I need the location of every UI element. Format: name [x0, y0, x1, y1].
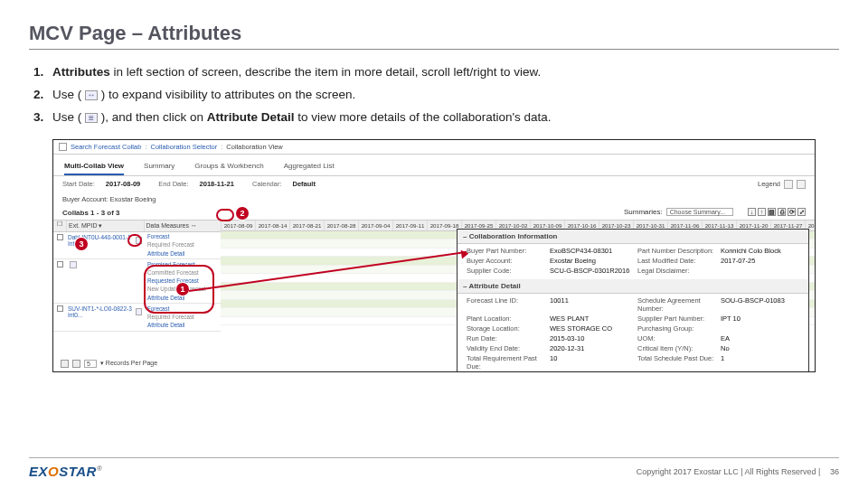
detail-key: Plant Location:	[467, 314, 550, 323]
detail-key: Buyer Account:	[467, 257, 550, 265]
instruction-list: Attributes in left section of screen, de…	[29, 62, 839, 128]
date-column-header[interactable]: 2017-08-28	[324, 221, 358, 230]
attr-link[interactable]: Attribute Detail	[147, 249, 217, 258]
summaries-select[interactable]: Choose Summary...	[666, 208, 733, 216]
param-row: Start Date:2017-08-09 End Date:2018-11-2…	[53, 176, 815, 192]
crumb-link-2[interactable]: Collaboration Selector	[150, 143, 217, 151]
legend-swatch-2	[797, 180, 806, 189]
attr-link[interactable]: Required Forecast	[147, 313, 217, 321]
checkbox-header[interactable]: ☐	[53, 221, 66, 231]
detail-key: Legal Disclaimer:	[637, 267, 721, 275]
detail-row: Schedule Agreement Number:SOU-G-BSCP-010…	[634, 296, 805, 314]
callout-badge-3: 3	[75, 238, 88, 250]
slide-footer: EXOSTAR® Copyright 2017 Exostar LLC | Al…	[29, 457, 839, 479]
callout-ring-3	[127, 234, 142, 247]
detail-key: Purchasing Group:	[637, 324, 721, 333]
expand-icon	[85, 90, 98, 100]
detail-key: Storage Location:	[467, 324, 550, 333]
detail-row: Forecast Line ID:10011	[463, 296, 634, 314]
tab-groups[interactable]: Groups & Workbench	[194, 160, 263, 175]
detail-key: Total Schedule Past Due:	[637, 354, 721, 371]
detail-value: No	[721, 344, 730, 352]
page-number: 36	[830, 467, 839, 476]
detail-key: Schedule Agreement Number:	[637, 296, 721, 313]
refresh-icon[interactable]: ⟳	[788, 208, 796, 216]
instruction-3: Use ( ), and then click on Attribute Det…	[47, 108, 839, 128]
tab-bar: Multi-Collab View Summary Groups & Workb…	[53, 155, 815, 176]
legend-label: Legend	[758, 180, 780, 189]
tab-summary[interactable]: Summary	[144, 160, 175, 175]
detail-row: Supplier Part Number:IPT 10	[634, 314, 805, 324]
crumb-link-1[interactable]: Search Forecast Collab	[71, 143, 141, 151]
logo: EXOSTAR®	[29, 464, 102, 479]
detail-key: Part Number Description:	[637, 247, 721, 255]
mpid-cell[interactable]: SUV-INT1-*-LO0-0822-3 Int0...	[66, 304, 144, 320]
callout-badge-2: 2	[236, 207, 249, 220]
popup-section-header: – Collaboration Information	[458, 230, 808, 244]
menu-icon	[85, 113, 98, 123]
detail-value: 10	[550, 354, 557, 371]
pager-prev-button[interactable]	[61, 360, 69, 368]
detail-value: WES STORAGE CO	[550, 324, 612, 333]
download-icon[interactable]: ↓	[748, 208, 756, 216]
detail-value: 2015-03-10	[550, 334, 584, 343]
page-size-select[interactable]: 5	[84, 360, 97, 368]
detail-row: Storage Location:WES STORAGE CO	[463, 324, 634, 333]
doc-icon[interactable]: ▤	[768, 208, 776, 216]
callout-ring-2	[216, 209, 234, 221]
attr-link[interactable]: Forecast	[147, 233, 217, 241]
upload-icon[interactable]: ↑	[758, 208, 766, 216]
col-header-mpid[interactable]: Ext. MPID ▾	[66, 221, 144, 231]
instruction-1: Attributes in left section of screen, de…	[47, 62, 839, 83]
detail-key: UOM:	[637, 334, 721, 343]
detail-row: Buyer Part Number:ExoBSCP434-08301	[463, 246, 634, 256]
tab-multi-collab[interactable]: Multi-Collab View	[64, 160, 124, 175]
legend-swatch-1	[784, 180, 793, 189]
detail-row: Run Date:2015-03-10	[463, 333, 634, 343]
detail-key: Supplier Part Number:	[637, 314, 721, 323]
attr-link[interactable]: Attribute Detail	[147, 322, 217, 330]
date-column-header[interactable]: 2017-09-11	[392, 221, 427, 230]
detail-row: Total Requirement Past Due:10	[463, 353, 634, 371]
detail-row: Plant Location:WES PLANT	[463, 314, 634, 324]
page-title: MCV Page – Attributes	[29, 22, 839, 50]
detail-key: Buyer Part Number:	[467, 247, 550, 255]
col-header-measures[interactable]: Data Measures ↔	[144, 221, 222, 231]
print-icon[interactable]: ⎙	[778, 208, 786, 216]
date-column-header[interactable]: 2017-08-21	[289, 221, 324, 230]
expand-columns-icon[interactable]: ↔	[191, 222, 197, 229]
row-checkbox[interactable]	[57, 305, 63, 312]
detail-value: SCU-G-BSCP-0301R2016	[550, 267, 629, 275]
pager: 5 ▾ Records Per Page	[61, 360, 157, 368]
detail-popup: – Collaboration Information Buyer Part N…	[457, 229, 809, 372]
summaries-label: Summaries:	[624, 208, 663, 216]
detail-value: 1	[721, 354, 724, 371]
fullscreen-icon[interactable]: ⤢	[797, 208, 806, 216]
row-checkbox[interactable]	[57, 261, 63, 267]
detail-value: WES PLANT	[550, 314, 589, 323]
row-menu-icon[interactable]	[70, 261, 77, 268]
date-column-header[interactable]: 2017-08-14	[255, 221, 289, 230]
date-column-header[interactable]: 2017-09-04	[358, 221, 392, 230]
mpid-cell[interactable]	[66, 259, 144, 270]
attr-link[interactable]: Required Forecast	[147, 241, 217, 249]
detail-row: UOM:EA	[634, 333, 805, 343]
detail-key: Validity End Date:	[467, 344, 550, 352]
date-column-header[interactable]: 2017-08-09	[221, 221, 255, 230]
instruction-2: Use ( ) to expand visibility to attribut…	[47, 85, 839, 106]
detail-key: Run Date:	[467, 334, 550, 343]
detail-row: Part Number Description:Konnichi Colo Bl…	[634, 246, 805, 256]
detail-value: ExoBSCP434-08301	[550, 247, 612, 255]
row-menu-icon[interactable]	[136, 308, 142, 315]
detail-value: 2020-12-31	[550, 344, 584, 352]
detail-value: SOU-G-BSCP-01083	[721, 296, 785, 313]
detail-row: Validity End Date:2020-12-31	[463, 343, 634, 353]
tab-aggregated[interactable]: Aggregated List	[284, 160, 335, 175]
row-checkbox[interactable]	[57, 234, 63, 240]
pager-next-button[interactable]	[72, 360, 80, 368]
detail-row: Legal Disclaimer:	[634, 266, 805, 276]
collab-band: Collabs 1 - 3 of 3 Summaries: Choose Sum…	[53, 206, 815, 220]
callout-badge-1: 1	[176, 283, 189, 296]
nav-icon[interactable]	[59, 143, 67, 151]
detail-key: Last Modified Date:	[637, 257, 721, 265]
